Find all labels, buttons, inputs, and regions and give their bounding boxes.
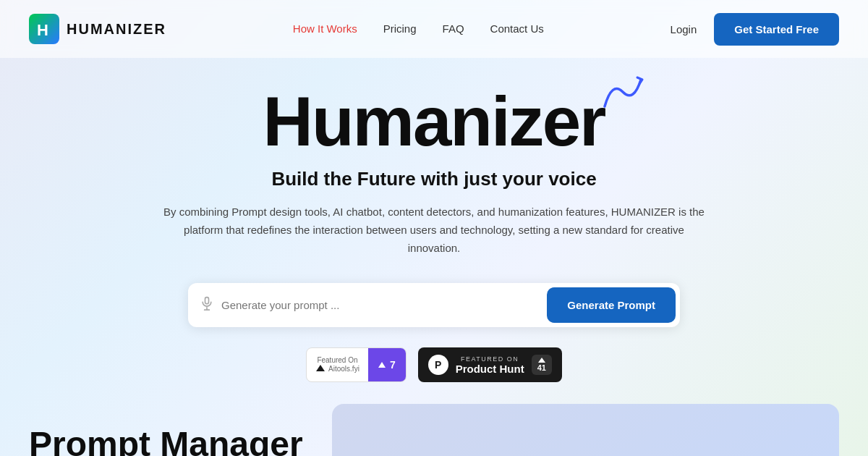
bottom-section: Prompt Manager bbox=[0, 404, 868, 456]
nav-link-how-it-works[interactable]: How It Works bbox=[293, 22, 357, 35]
aitools-logo-icon bbox=[315, 364, 326, 374]
navbar: H HUMANIZER How It Works Pricing FAQ Con… bbox=[0, 0, 868, 58]
nav-links: How It Works Pricing FAQ Contact Us bbox=[293, 22, 544, 35]
hero-section: Humanizer Build the Future with just you… bbox=[0, 58, 868, 382]
product-hunt-logo: P bbox=[428, 355, 448, 375]
squiggle-decoration bbox=[597, 74, 648, 114]
prompt-bar: Generate Prompt bbox=[188, 283, 680, 327]
nav-item-faq[interactable]: FAQ bbox=[443, 22, 464, 35]
hero-description: By combining Prompt design tools, AI cha… bbox=[159, 203, 709, 257]
microphone-icon bbox=[200, 296, 214, 314]
product-hunt-text: FEATURED ON Product Hunt bbox=[456, 355, 524, 375]
prompt-input[interactable] bbox=[221, 286, 531, 324]
nav-link-faq[interactable]: FAQ bbox=[443, 22, 464, 35]
nav-item-how-it-works[interactable]: How It Works bbox=[293, 22, 357, 35]
logo-icon: H bbox=[29, 14, 59, 44]
logo[interactable]: H HUMANIZER bbox=[29, 14, 166, 44]
badges-row: Featured On Aitools.fyi 7 P FEATURED ON … bbox=[29, 347, 839, 382]
bottom-right-panel bbox=[332, 404, 839, 456]
prompt-manager-title: Prompt Manager bbox=[29, 427, 303, 456]
login-button[interactable]: Login bbox=[671, 23, 697, 35]
ph-featured-label: FEATURED ON bbox=[456, 355, 524, 363]
aitools-badge[interactable]: Featured On Aitools.fyi 7 bbox=[306, 347, 407, 382]
aitools-count: 7 bbox=[368, 348, 406, 381]
ph-vote-count: 41 bbox=[537, 363, 546, 372]
triangle-up-icon bbox=[378, 362, 386, 368]
brand-name: HUMANIZER bbox=[67, 21, 166, 38]
generate-prompt-button[interactable]: Generate Prompt bbox=[547, 287, 676, 323]
nav-right: Login Get Started Free bbox=[671, 13, 839, 46]
prompt-input-wrap bbox=[188, 286, 542, 324]
aitools-name: Aitools.fyi bbox=[315, 364, 359, 374]
ph-votes: 41 bbox=[532, 355, 552, 375]
hero-subtitle: Build the Future with just your voice bbox=[29, 168, 839, 190]
svg-marker-5 bbox=[316, 365, 325, 371]
aitools-featured-label: Featured On bbox=[315, 356, 359, 364]
nav-link-pricing[interactable]: Pricing bbox=[383, 22, 417, 35]
nav-item-pricing[interactable]: Pricing bbox=[383, 22, 417, 35]
ph-name: Product Hunt bbox=[456, 363, 524, 375]
svg-rect-2 bbox=[205, 297, 209, 304]
nav-item-contact[interactable]: Contact Us bbox=[490, 22, 544, 35]
svg-text:H: H bbox=[37, 21, 48, 39]
nav-link-contact[interactable]: Contact Us bbox=[490, 22, 544, 35]
ph-arrow-up-icon bbox=[538, 358, 545, 363]
product-hunt-badge[interactable]: P FEATURED ON Product Hunt 41 bbox=[418, 347, 562, 382]
get-started-button[interactable]: Get Started Free bbox=[714, 13, 839, 46]
hero-title: Humanizer bbox=[263, 87, 605, 156]
aitools-badge-left: Featured On Aitools.fyi bbox=[307, 352, 368, 379]
